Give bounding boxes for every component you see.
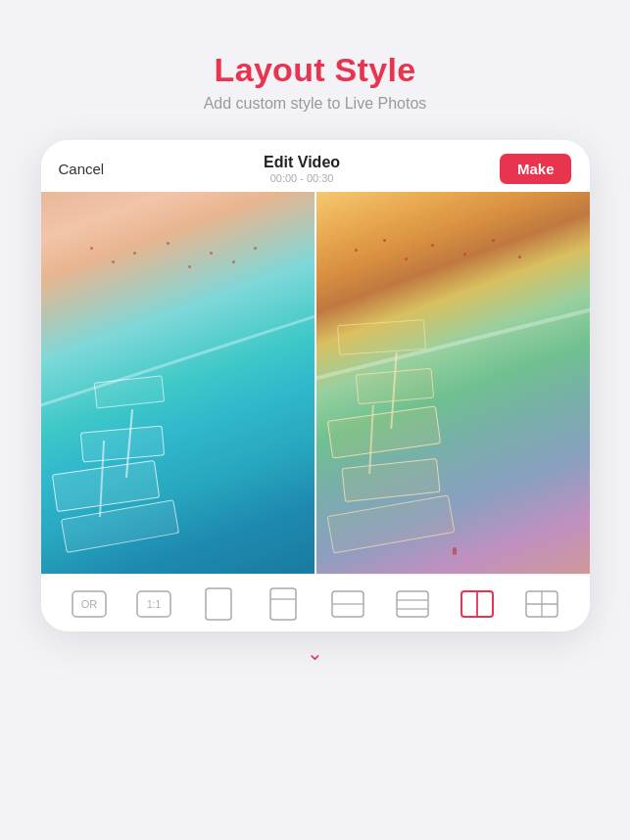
video-panel-right (316, 192, 590, 574)
svg-text:1:1: 1:1 (147, 599, 161, 610)
chevron-down-icon[interactable]: ⌄ (307, 643, 323, 663)
page-title: Layout Style (215, 51, 416, 89)
toolbar-item-single[interactable] (194, 586, 243, 622)
page-header: Layout Style Add custom style to Live Ph… (204, 0, 427, 113)
editor-header: Cancel Edit Video 00:00 - 00:30 Make (41, 140, 590, 192)
editor-title-group: Edit Video 00:00 - 00:30 (264, 154, 340, 184)
svg-rect-9 (397, 591, 428, 617)
grid-icon (525, 590, 558, 618)
cancel-button[interactable]: Cancel (59, 161, 105, 177)
single-frame-icon (205, 587, 232, 621)
wave-line (41, 298, 315, 410)
strips-icon (396, 590, 429, 618)
editor-title: Edit Video (264, 154, 340, 171)
or-icon: OR (72, 590, 107, 618)
toolbar-item-strips[interactable] (388, 586, 437, 622)
toolbar-item-side-by-side[interactable] (453, 586, 502, 622)
boat (80, 425, 165, 462)
boat (342, 458, 441, 502)
time-range: 00:00 - 00:30 (270, 172, 334, 184)
chevron-area[interactable]: ⌄ (307, 631, 323, 671)
page-subtitle: Add custom style to Live Photos (204, 95, 427, 113)
toolbar-item-split-h[interactable] (323, 586, 372, 622)
beach-people (68, 238, 286, 284)
toolbar-item-or[interactable]: OR (65, 586, 114, 622)
layout-toolbar: OR 1:1 (41, 574, 590, 631)
video-preview (41, 192, 590, 574)
toolbar-item-ratio[interactable]: 1:1 (129, 586, 178, 622)
boat (337, 319, 426, 355)
svg-rect-4 (206, 588, 231, 620)
boat (94, 376, 165, 409)
side-by-side-icon (460, 590, 494, 618)
split-vertical-icon (269, 587, 297, 621)
phone-card: Cancel Edit Video 00:00 - 00:30 Make (41, 140, 590, 631)
svg-text:OR: OR (80, 598, 97, 610)
figure (453, 547, 457, 555)
toolbar-item-split-v[interactable] (259, 586, 308, 622)
make-button[interactable]: Make (500, 154, 572, 184)
boat (327, 406, 441, 459)
ratio-icon: 1:1 (136, 590, 171, 618)
beach-people (343, 230, 561, 276)
video-panel-left (41, 192, 315, 574)
boat (327, 494, 455, 553)
toolbar-item-grid[interactable] (517, 586, 566, 622)
svg-rect-5 (270, 588, 296, 620)
split-horizontal-icon (331, 590, 364, 618)
